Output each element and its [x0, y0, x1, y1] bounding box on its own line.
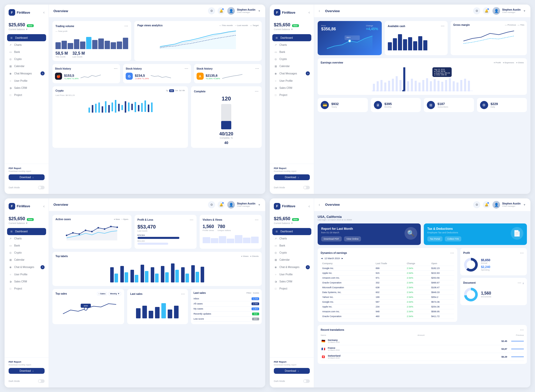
settings-button[interactable]: ⚙ — [208, 7, 215, 14]
svg-rect-75 — [151, 267, 154, 282]
download-button-2[interactable]: Download ↓ — [274, 174, 310, 180]
inbox-row-3: My cases 1,804 — [194, 306, 259, 312]
sidebar-toggle[interactable]: ‹ — [43, 10, 45, 15]
svg-rect-27 — [380, 80, 383, 91]
stock-apple: Stock history··· 🍎 $153,5 +1.48% +2.34% — [52, 64, 120, 83]
download-button[interactable]: Download ↓ — [9, 174, 45, 180]
sidebar3-item-bank[interactable]: ▭ Bank — [5, 242, 49, 249]
sidebar-item-dashboard[interactable]: ⊞ Dashboard — [7, 34, 46, 41]
charts-icon: ↗ — [9, 43, 12, 47]
download-icon[interactable]: ↓ — [523, 281, 524, 284]
sidebar4-item-project[interactable]: □ Project — [270, 285, 314, 292]
notif-btn-3[interactable]: 🔔 — [218, 201, 225, 208]
sidebar2-item-profile[interactable]: ○ User Profile — [270, 77, 314, 84]
balance-amount: $25,650 — [9, 22, 25, 27]
settings-btn-2[interactable]: ⚙ — [473, 7, 480, 14]
download-pdf-btn[interactable]: Download PDF — [321, 236, 342, 241]
user-menu-3[interactable]: ▼ — [258, 203, 261, 206]
svg-rect-71 — [130, 270, 134, 282]
sidebar-item-project[interactable]: □ Project — [5, 91, 49, 98]
svg-point-58 — [66, 235, 67, 236]
sidebar4-item-sales[interactable]: ◑ Sales CRM — [270, 278, 314, 285]
sidebar4-item-dashboard[interactable]: ⊞ Dashboard — [272, 228, 311, 235]
user-menu-toggle[interactable]: ▼ — [258, 9, 261, 12]
dark-mode-toggle[interactable] — [38, 186, 45, 189]
sidebar2-item-dashboard[interactable]: ⊞ Dashboard — [272, 34, 311, 41]
user-menu-4[interactable]: ▼ — [523, 203, 526, 206]
sidebar-item-bank[interactable]: ▭ Bank — [5, 48, 49, 55]
collect-t05-btn[interactable]: Collect T05 — [445, 236, 461, 241]
settings-btn-3[interactable]: ⚙ — [208, 201, 215, 208]
notification-button[interactable]: 🔔 — [218, 7, 225, 14]
gross-margin-card: Gross margin — Previous — This — [451, 21, 527, 55]
sidebar4-item-bank[interactable]: ▭ Bank — [270, 242, 314, 249]
sidebar3-item-sales[interactable]: ◑ Sales CRM — [5, 278, 49, 285]
earnings-overview-card: Earnings overview ● Profit ● Expenses ● … — [318, 58, 527, 95]
sidebar2-item-sales[interactable]: ◑ Sales CRM — [270, 84, 314, 91]
sidebar-item-crypto[interactable]: ◎ Crypto — [5, 55, 49, 63]
sales-icon: ◑ — [9, 86, 12, 90]
sidebar3-item-charts[interactable]: ↗ Charts — [5, 235, 49, 242]
timeframe-selector[interactable]: Weekly ▼ — [108, 292, 121, 295]
sidebar-toggle-3[interactable]: ‹ — [43, 204, 45, 209]
svg-rect-37 — [418, 82, 421, 91]
stock-history-row: Stock history··· 🍎 $153,5 +1.48% +2.34% — [52, 64, 262, 83]
sidebar-item-chat[interactable]: ◉ Chat Messages 3 — [5, 70, 49, 77]
svg-rect-5 — [102, 106, 103, 113]
sidebar4-item-profile[interactable]: ○ User Profile — [270, 271, 314, 278]
tax-portal-btn[interactable]: Tax Portal — [427, 236, 443, 241]
search-icon-deco: 🔍 — [405, 227, 417, 240]
dark-mode-toggle-2[interactable] — [303, 186, 310, 189]
sidebar3-item-calendar[interactable]: ▦ Calendar — [5, 256, 49, 263]
user-menu-2[interactable]: ▼ — [523, 9, 526, 12]
svg-rect-81 — [181, 267, 185, 282]
sidebar3-item-project[interactable]: □ Project — [5, 285, 49, 292]
download-button-3[interactable]: Download ↓ — [9, 368, 45, 374]
sidebar2-item-calendar[interactable]: ▦ Calendar — [270, 63, 314, 70]
sidebar2-item-crypto[interactable]: ◎ Crypto — [270, 55, 314, 63]
svg-rect-74 — [145, 271, 148, 282]
sidebar-item-sales[interactable]: ◑ Sales CRM — [5, 84, 49, 91]
notif-btn-4[interactable]: 🔔 — [483, 201, 490, 208]
sidebar3-item-profile[interactable]: ○ User Profile — [5, 271, 49, 278]
notif-btn-2[interactable]: 🔔 — [483, 7, 490, 14]
trading-stat-1: 58,5 M — [55, 51, 68, 56]
back-btn-2[interactable]: ‹ — [319, 9, 320, 13]
location-subtitle: Last login: 12 march 2019 at 11:35AM — [318, 219, 527, 221]
sidebar2-item-project[interactable]: □ Project — [270, 91, 314, 98]
sidebar-item-profile[interactable]: ○ User Profile — [5, 77, 49, 84]
sidebar3-item-chat[interactable]: ◉ Chat & Messages 3 — [5, 263, 49, 271]
sidebar-toggle-4[interactable]: ‹ — [309, 204, 310, 209]
svg-rect-1 — [88, 108, 90, 113]
main-content-3: Overview ⚙ 🔔 👤 Stephen Austin Chief mana… — [49, 198, 265, 388]
sidebar4-item-chat[interactable]: ◉ Chat & Messages 3 — [270, 263, 314, 271]
svg-rect-13 — [128, 102, 129, 111]
sidebar4-item-charts[interactable]: ↗ Charts — [270, 235, 314, 242]
back-btn-4[interactable]: ‹ — [319, 202, 320, 207]
sidebar2-item-chat[interactable]: ◉ Chat Messages 3 — [270, 70, 314, 77]
svg-rect-40 — [430, 81, 432, 91]
sidebar3-item-dashboard[interactable]: ⊞ Dashboard — [7, 228, 46, 235]
settings-btn-4[interactable]: ⚙ — [473, 201, 480, 208]
sidebar-item-calendar[interactable]: ▦ Calendar — [5, 63, 49, 70]
sidebar-toggle-2[interactable]: ‹ — [309, 10, 310, 15]
dark-mode-toggle-4[interactable] — [303, 379, 310, 383]
metric-card-2: 🖥 $395 Monthly — [371, 98, 421, 112]
gross-margin-chart — [453, 28, 524, 46]
chat-icon: ◉ — [9, 72, 12, 75]
document-icon-deco: 📄 — [511, 227, 523, 240]
dark-mode-toggle-3[interactable] — [38, 379, 45, 383]
sidebar3-item-crypto[interactable]: ◎ Crypto — [5, 249, 49, 256]
weekly-selector[interactable]: ○ Sales — [97, 292, 107, 295]
sidebar-item-charts[interactable]: ↗ Charts — [5, 41, 49, 48]
svg-rect-48 — [460, 80, 462, 91]
cards-area-1: Trading volume ··· — Total profit — [49, 17, 265, 194]
sidebar2-item-charts[interactable]: ↗ Charts — [270, 41, 314, 48]
view-online-btn[interactable]: View Online — [344, 236, 361, 241]
sidebar2-item-bank[interactable]: ▭ Bank — [270, 48, 314, 55]
sidebar4-item-crypto[interactable]: ◎ Crypto — [270, 249, 314, 256]
google-sparkline — [151, 73, 171, 80]
sidebar4-item-calendar[interactable]: ▦ Calendar — [270, 256, 314, 263]
download-button-4[interactable]: Download ↓ — [274, 368, 310, 374]
sidebar-nav: ⊞ Dashboard ↗ Charts ▭ Bank ◎ Crypto ▦ — [5, 34, 49, 98]
